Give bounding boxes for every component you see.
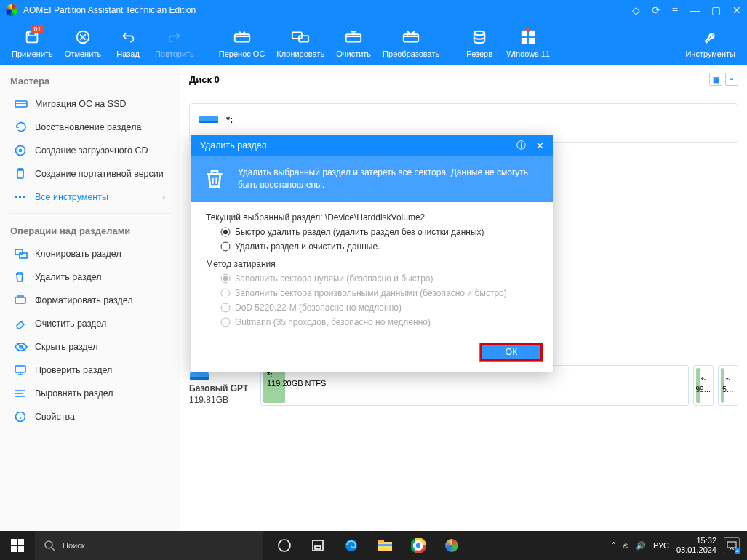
svg-point-36	[221, 303, 230, 312]
notifications-icon[interactable]: 4	[724, 537, 740, 553]
ok-button[interactable]: ОК	[480, 343, 543, 361]
sidebar-item-label: Миграция ОС на SSD	[35, 99, 127, 109]
radio-method-random: Заполнить сектора произвольными данными …	[220, 288, 538, 298]
search-placeholder: Поиск	[63, 541, 84, 550]
sidebar-item-portable[interactable]: Создание портативной версии	[0, 162, 180, 185]
sidebar-item-delete-part[interactable]: Удалить раздел	[0, 265, 180, 289]
tray-volume-icon[interactable]: 🔊	[636, 541, 646, 551]
svg-rect-2	[234, 34, 249, 41]
radio-label: Заполнить сектора произвольными данными …	[235, 288, 507, 298]
task-view-icon[interactable]	[268, 531, 301, 560]
mini-size: 99…	[695, 385, 711, 394]
eye-off-icon	[15, 340, 28, 353]
windows11-button[interactable]: Windows 11	[500, 23, 556, 63]
app-title: AOMEI Partition Assistant Technician Edi…	[23, 5, 196, 15]
sidebar-item-align-part[interactable]: Выровнять раздел	[0, 382, 180, 405]
svg-point-13	[16, 146, 25, 156]
sidebar-item-migrate-ssd[interactable]: Миграция ОС на SSD	[0, 92, 180, 116]
tools-label: Инструменты	[685, 49, 735, 58]
vip-icon[interactable]: ◇	[632, 4, 640, 16]
sidebar-item-clone-part[interactable]: Клонировать раздел	[0, 242, 180, 265]
view-grid-icon[interactable]: ▦	[709, 73, 722, 86]
migrate-os-button[interactable]: Перенос ОС	[213, 23, 271, 63]
svg-rect-49	[378, 544, 392, 546]
format-icon	[15, 294, 28, 307]
sidebar-item-all-tools[interactable]: Все инструменты ›	[0, 185, 180, 209]
explorer-icon[interactable]	[368, 531, 402, 560]
sidebar-item-label: Скрыть раздел	[35, 342, 98, 352]
clone-icon	[15, 247, 28, 260]
partition-block-2[interactable]: *: 99…	[693, 365, 714, 406]
sidebar-item-label: Проверить раздел	[35, 365, 112, 375]
maximize-icon[interactable]: ▢	[711, 4, 721, 16]
tray-lang[interactable]: РУС	[653, 541, 669, 550]
search-icon	[44, 540, 55, 551]
mini-size: 5…	[722, 385, 734, 394]
sidebar-item-wipe-part[interactable]: Очистить раздел	[0, 312, 180, 335]
monitor-icon	[15, 364, 28, 377]
usb-icon	[15, 167, 28, 180]
svg-rect-19	[23, 196, 25, 198]
clone-button[interactable]: Клонировать	[271, 23, 330, 63]
aomei-taskbar-icon[interactable]	[435, 531, 468, 560]
tray-chevron-up-icon[interactable]: ˄	[612, 541, 616, 551]
wipe-button[interactable]: Очистить	[330, 23, 377, 63]
edge-icon[interactable]	[335, 531, 368, 560]
svg-point-35	[221, 289, 230, 297]
sidebar-item-recover[interactable]: Восстановление раздела	[0, 116, 180, 139]
sidebar-item-boot-cd[interactable]: Создание загрузочного CD	[0, 139, 180, 162]
svg-rect-48	[378, 540, 384, 543]
refresh-icon[interactable]: ⟳	[652, 4, 660, 16]
partition-block-3[interactable]: *: 5…	[718, 365, 738, 406]
eraser-icon	[15, 317, 28, 330]
close-icon[interactable]: ✕	[536, 140, 544, 151]
undo-button[interactable]: Отменить	[59, 23, 107, 63]
help-icon[interactable]: ⓘ	[516, 140, 526, 152]
disk-star-label: *:	[226, 114, 233, 125]
radio-label: Заполнить сектора нулями (безопасно и бы…	[235, 273, 434, 284]
svg-rect-21	[20, 253, 27, 258]
menu-icon[interactable]: ≡	[672, 4, 678, 16]
backup-button[interactable]: Резерв	[458, 23, 500, 63]
radio-method-dod: DoD 5220.22-M (безопасно но медленно)	[220, 303, 538, 313]
convert-button[interactable]: Преобразовать	[377, 23, 445, 63]
svg-rect-38	[11, 539, 17, 545]
clock-time: 15:32	[676, 536, 716, 545]
svg-rect-18	[19, 196, 21, 198]
tray-location-icon[interactable]: ⎋	[623, 541, 628, 550]
close-icon[interactable]: ✕	[732, 4, 741, 16]
radio-delete-and-wipe[interactable]: Удалить раздел и очистить данные.	[220, 241, 538, 252]
taskbar: Поиск ˄ ⎋ 🔊 РУС 15:32 03.01.2024 4	[0, 531, 747, 560]
sidebar-item-label: Очистить раздел	[35, 319, 106, 329]
svg-point-7	[474, 31, 485, 36]
svg-rect-39	[18, 539, 24, 545]
view-list-icon[interactable]: ≡	[725, 73, 738, 86]
convert-label: Преобразовать	[383, 49, 439, 58]
minimize-icon[interactable]: —	[690, 4, 700, 16]
win11-label: Windows 11	[506, 49, 550, 58]
svg-rect-15	[17, 169, 23, 178]
sidebar-item-check-part[interactable]: Проверить раздел	[0, 359, 180, 382]
chrome-icon[interactable]	[402, 531, 435, 560]
back-button[interactable]: Назад	[107, 23, 149, 63]
taskbar-clock[interactable]: 15:32 03.01.2024	[676, 536, 716, 555]
disk-icon	[199, 113, 219, 126]
tools-button[interactable]: Инструменты	[679, 23, 741, 63]
mini-label: *:	[695, 377, 711, 385]
sidebar-item-hide-part[interactable]: Скрыть раздел	[0, 335, 180, 359]
radio-selected-icon	[220, 227, 231, 237]
taskbar-app-1[interactable]	[301, 531, 335, 560]
app-logo-icon	[6, 4, 17, 16]
sidebar-item-props[interactable]: Свойства	[0, 405, 180, 428]
sidebar-item-format-part[interactable]: Форматировать раздел	[0, 289, 180, 312]
sidebar-item-label: Восстановление раздела	[35, 122, 141, 132]
svg-rect-24	[15, 366, 25, 372]
apply-button[interactable]: 01 Применить	[6, 23, 59, 63]
start-button[interactable]	[0, 531, 35, 560]
radio-quick-delete[interactable]: Быстро удалить раздел (удалить раздел бе…	[220, 227, 538, 237]
radio-label: Gutmann (35 проходов, безопасно но медле…	[235, 317, 431, 327]
taskbar-search[interactable]: Поиск	[35, 531, 263, 560]
svg-rect-56	[727, 542, 736, 548]
radio-disabled-icon	[220, 303, 231, 313]
svg-point-42	[45, 541, 52, 548]
